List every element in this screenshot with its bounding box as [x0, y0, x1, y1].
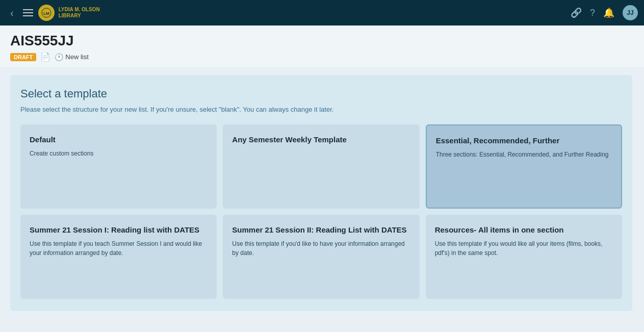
logo-emblem: LM [38, 5, 55, 21]
help-icon[interactable]: ? [590, 8, 595, 18]
svg-text:LM: LM [43, 11, 49, 16]
template-card-desc-summer-21-session-i: Use this template if you teach Summer Se… [30, 239, 208, 258]
template-card-title-essential-recommended-further: Essential, Recommended, Further [436, 136, 612, 146]
template-card-desc-summer-21-session-ii: Use this template if you'd like to have … [232, 239, 410, 258]
user-avatar[interactable]: JJ [623, 5, 638, 20]
menu-button[interactable] [23, 9, 33, 16]
template-container: Select a template Please select the stru… [10, 75, 632, 311]
breadcrumb-separator: 📄 [40, 52, 50, 62]
template-section-title: Select a template [20, 87, 622, 100]
page-title: AIS555JJ [10, 33, 634, 49]
link-icon[interactable]: 🔗 [571, 7, 582, 18]
breadcrumb-new-list: 🕐 New list [55, 53, 89, 61]
template-section-subtitle: Please select the structure for your new… [20, 106, 622, 113]
template-card-title-default: Default [30, 135, 208, 145]
template-card-desc-essential-recommended-further: Three sections: Essential, Recommended, … [436, 150, 612, 159]
draft-badge: DRAFT [10, 53, 36, 61]
breadcrumb: DRAFT 📄 🕐 New list [10, 52, 634, 62]
template-card-essential-recommended-further[interactable]: Essential, Recommended, FurtherThree sec… [426, 124, 622, 209]
template-card-desc-default: Create custom sections [30, 149, 208, 158]
new-list-label: New list [65, 53, 89, 61]
page-header: AIS555JJ DRAFT 📄 🕐 New list [0, 25, 644, 67]
template-card-title-summer-21-session-i: Summer 21 Session I: Reading list with D… [30, 225, 208, 235]
logo: LM LYDIA M. OLSON LIBRARY [38, 5, 100, 21]
back-button[interactable]: ‹ [6, 5, 18, 21]
template-card-default[interactable]: DefaultCreate custom sections [20, 124, 217, 209]
template-card-summer-21-session-ii[interactable]: Summer 21 Session II: Reading List with … [223, 215, 419, 299]
template-card-any-semester-weekly[interactable]: Any Semester Weekly Template [223, 124, 419, 209]
template-grid: DefaultCreate custom sectionsAny Semeste… [20, 124, 622, 299]
header-icons: 🔗 ? 🔔 JJ [571, 5, 638, 20]
clock-icon: 🕐 [55, 53, 63, 61]
template-card-title-summer-21-session-ii: Summer 21 Session II: Reading List with … [232, 225, 410, 235]
app-header: ‹ LM LYDIA M. OLSON LIBRARY 🔗 ? 🔔 JJ [0, 0, 644, 25]
header-left: ‹ LM LYDIA M. OLSON LIBRARY [6, 5, 100, 21]
bell-icon[interactable]: 🔔 [603, 7, 614, 18]
template-card-title-resources-all-items: Resources- All items in one section [435, 225, 613, 235]
template-card-title-any-semester-weekly: Any Semester Weekly Template [232, 135, 410, 145]
logo-text: LYDIA M. OLSON LIBRARY [59, 7, 100, 19]
main-content: Select a template Please select the stru… [0, 67, 644, 319]
template-card-desc-resources-all-items: Use this template if you would like all … [435, 239, 613, 258]
template-card-resources-all-items[interactable]: Resources- All items in one sectionUse t… [426, 215, 622, 299]
template-card-summer-21-session-i[interactable]: Summer 21 Session I: Reading list with D… [20, 215, 217, 299]
